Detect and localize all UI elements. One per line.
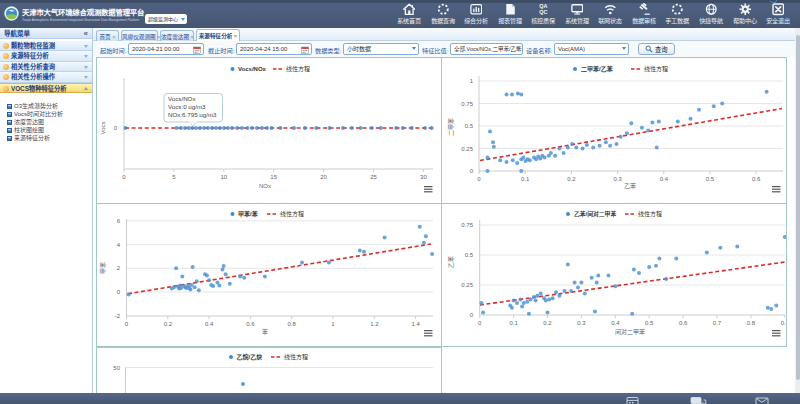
svg-text:0: 0 [470,166,474,175]
svg-text:15: 15 [270,172,277,181]
svg-text:0.1: 0.1 [521,174,530,183]
svg-text:0.3: 0.3 [577,318,586,327]
svg-text:-2: -2 [115,311,121,320]
svg-text:0.8: 0.8 [747,318,756,327]
svg-text:线性方程: 线性方程 [644,64,668,73]
svg-text:0.5: 0.5 [465,121,474,130]
svg-text:0.75: 0.75 [461,220,473,229]
svg-text:乙烷/乙炔: 乙烷/乙炔 [237,352,263,361]
svg-text:二甲苯/乙苯: 二甲苯/乙苯 [581,64,614,73]
svg-text:Vocs/NOx: Vocs/NOx [238,64,267,73]
svg-text:NOx: NOx [259,181,271,190]
svg-text:1: 1 [470,76,474,85]
svg-text:0.4: 0.4 [205,319,214,328]
svg-text:苯: 苯 [262,327,268,336]
svg-text:10: 10 [220,172,227,181]
svg-text:0: 0 [117,287,121,296]
svg-text:20: 20 [320,172,327,181]
svg-text:0.2: 0.2 [543,318,552,327]
svg-text:乙苯/间对二甲苯: 乙苯/间对二甲苯 [574,209,616,218]
svg-text:0.6: 0.6 [679,318,688,327]
svg-text:0.4: 0.4 [611,318,620,327]
svg-text:0.2: 0.2 [567,174,576,183]
svg-text:0.9: 0.9 [781,318,786,327]
svg-text:1.4: 1.4 [411,319,420,328]
svg-text:2: 2 [117,263,121,272]
svg-text:6: 6 [117,216,121,225]
svg-text:5: 5 [172,172,176,181]
svg-text:4: 4 [117,240,121,249]
svg-text:0.5: 0.5 [706,174,715,183]
svg-text:50: 50 [113,363,120,372]
svg-text:0: 0 [470,310,474,319]
svg-text:0.75: 0.75 [461,99,473,108]
svg-text:0.6: 0.6 [246,319,255,328]
svg-text:乙苯: 乙苯 [624,181,636,190]
svg-text:0: 0 [114,123,118,132]
svg-text:0.3: 0.3 [613,174,622,183]
svg-text:乙苯: 乙苯 [446,256,455,268]
svg-text:NOx:6.795 ug/m3: NOx:6.795 ug/m3 [168,110,217,119]
svg-text:0.5: 0.5 [645,318,654,327]
svg-text:1.2: 1.2 [370,319,379,328]
svg-text:0.25: 0.25 [461,144,473,153]
svg-text:Vocs: Vocs [98,121,107,134]
svg-text:30: 30 [420,172,427,181]
svg-text:线性方程: 线性方程 [638,209,662,218]
svg-text:0: 0 [478,318,482,327]
svg-text:0: 0 [477,174,481,183]
svg-text:0: 0 [125,319,129,328]
svg-text:0.4: 0.4 [660,174,669,183]
svg-text:0.2: 0.2 [164,319,173,328]
svg-text:0.5: 0.5 [465,250,474,259]
svg-text:25: 25 [370,172,377,181]
svg-text:线性方程: 线性方程 [280,209,304,218]
svg-text:QC: QC [539,8,547,15]
svg-text:间对二甲苯: 间对二甲苯 [615,327,645,336]
svg-text:二甲苯: 二甲苯 [446,118,455,136]
svg-text:0.25: 0.25 [461,280,473,289]
svg-text:0.1: 0.1 [509,318,518,327]
svg-text:甲苯: 甲苯 [98,262,107,274]
svg-text:线性方程: 线性方程 [284,352,308,361]
svg-text:甲苯/苯: 甲苯/苯 [238,209,259,218]
svg-text:0.8: 0.8 [288,319,297,328]
svg-text:1: 1 [331,319,335,328]
svg-text:线性方程: 线性方程 [286,64,310,73]
svg-text:0: 0 [122,172,126,181]
svg-text:0.6: 0.6 [752,174,761,183]
svg-text:0.7: 0.7 [713,318,722,327]
